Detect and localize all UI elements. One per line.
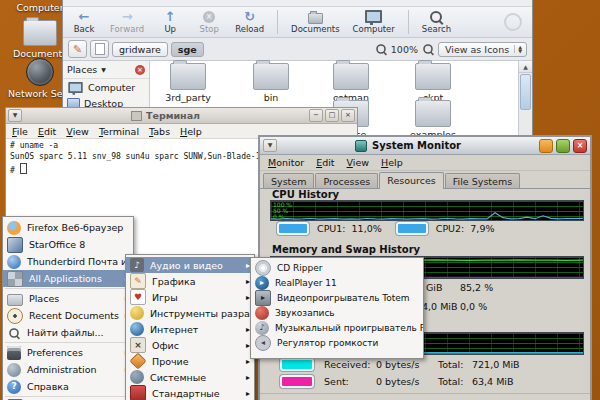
tab-resources[interactable]: Resources (379, 172, 444, 189)
edit-location-button[interactable]: ✎ (68, 40, 87, 58)
computer-icon (365, 10, 382, 23)
realplayer-icon (255, 276, 269, 290)
menu-view[interactable]: View (347, 157, 370, 168)
desktop-icon-label: Computer (16, 2, 63, 13)
folder-icon (415, 100, 451, 127)
menu-item-system[interactable]: Системные (126, 369, 254, 385)
menu-item-development-tools[interactable]: Инструменты разработки (126, 305, 254, 321)
menu-item-recent-documents[interactable]: Recent Documents (3, 307, 133, 324)
menu-terminal[interactable]: Terminal (99, 126, 139, 137)
maximize-button[interactable] (556, 139, 570, 153)
page-icon (95, 43, 105, 55)
games-icon (130, 289, 146, 305)
tab-file-systems[interactable]: File Systems (445, 173, 520, 188)
toolbar-separator (277, 10, 278, 34)
menu-item-internet[interactable]: Интернет (126, 321, 254, 337)
up-button[interactable]: ↑ Up (157, 10, 183, 34)
zoom-out-icon[interactable] (376, 44, 386, 54)
menu-item-realplayer[interactable]: RealPlayer 11 (251, 275, 423, 290)
menu-help[interactable]: Help (180, 126, 202, 137)
search-button[interactable]: Search (422, 10, 451, 34)
menu-item-volume-control[interactable]: Регулятор громкости (251, 335, 423, 350)
scroll-up-icon[interactable]: ▲ (519, 61, 532, 73)
folder-examples[interactable]: examples (398, 100, 468, 140)
menu-item-thunderbird[interactable]: Thunderbird Почта и новости (3, 253, 133, 270)
menu-item-firefox[interactable]: Firefox Веб-браузер (3, 219, 133, 236)
documents-button[interactable]: Documents (291, 10, 339, 34)
minimize-button[interactable] (539, 139, 553, 153)
forward-button[interactable]: → Forward (110, 10, 144, 34)
menu-file[interactable]: File (12, 126, 28, 137)
other-diamond-icon (130, 353, 147, 370)
menu-item-preferences[interactable]: Preferences (3, 344, 133, 361)
folder-catman[interactable]: catman (316, 63, 386, 103)
menu-item-help[interactable]: Справка (3, 378, 133, 395)
staroffice-icon (7, 237, 23, 253)
window-menu-icon[interactable]: ▼ (8, 109, 22, 122)
received-color-swatch[interactable] (280, 358, 314, 371)
menu-item-staroffice[interactable]: StarOffice 8 (3, 236, 133, 253)
applications-submenu: Аудио и видео Графика Игры Инструменты р… (125, 254, 255, 400)
totem-player-icon (255, 290, 271, 306)
memory-percent: 85,2 % (460, 282, 493, 293)
scrollbar-thumb[interactable] (520, 74, 531, 110)
places-header[interactable]: Places ▼ × (63, 61, 149, 79)
tab-processes[interactable]: Processes (315, 173, 378, 188)
tab-system[interactable]: System (263, 173, 314, 188)
zoom-in-icon[interactable] (423, 44, 433, 54)
cpu1-color-swatch[interactable] (277, 222, 309, 235)
menu-item-totem[interactable]: Видеопроигрыватель Totem (251, 290, 423, 305)
folder-ckpt[interactable]: ckpt (398, 63, 468, 103)
close-sidebar-icon[interactable]: × (135, 65, 145, 75)
menu-item-administration[interactable]: Administration (3, 361, 133, 378)
minimize-button[interactable]: − (309, 109, 323, 122)
folder-3rd_party[interactable]: 3rd_party (153, 63, 223, 103)
close-button[interactable]: × (573, 139, 587, 153)
search-icon (430, 11, 442, 23)
file-manager-toolbar: ← Back → Forward ↑ Up × Stop ↻ Reload (63, 7, 532, 38)
reload-button[interactable]: ↻ Reload (235, 10, 264, 34)
menu-edit[interactable]: Edit (316, 157, 334, 168)
sidebar-item-computer[interactable]: Computer (63, 79, 149, 96)
terminal-titlebar[interactable]: ▼ Терминал − □ × (6, 108, 357, 124)
menu-item-office[interactable]: Офис (126, 337, 254, 353)
help-icon (7, 380, 21, 394)
close-button[interactable]: × (341, 109, 355, 122)
menu-item-sound-recorder[interactable]: Звукозапись (251, 305, 423, 320)
zoom-controls: 100% View as Icons ▲▼ (375, 42, 527, 57)
stop-button[interactable]: × Stop (196, 10, 222, 34)
menu-item-rhythmbox[interactable]: Музыкальный проигрыватель Rhythmbox (251, 320, 423, 335)
root-location-button[interactable] (90, 40, 109, 58)
window-menu-icon[interactable]: ▼ (263, 139, 277, 152)
terminal-icon (131, 111, 142, 121)
folder-icon (170, 63, 206, 90)
sent-color-swatch[interactable] (280, 375, 314, 388)
back-button[interactable]: ← Back (71, 10, 97, 34)
menu-item-places[interactable]: Places (3, 290, 133, 307)
applications-grid-icon (7, 271, 23, 287)
menu-help[interactable]: Help (381, 157, 403, 168)
menu-edit[interactable]: Edit (38, 126, 56, 137)
menu-item-all-applications[interactable]: All Applications (3, 270, 133, 287)
computer-button[interactable]: Computer (353, 10, 395, 34)
menu-item-games[interactable]: Игры (126, 289, 254, 305)
maximize-button[interactable]: □ (325, 109, 339, 122)
menu-monitor[interactable]: Monitor (268, 157, 304, 168)
up-arrow-icon: ↑ (165, 10, 176, 23)
menu-item-standard[interactable]: Стандартные (126, 385, 254, 400)
menu-item-audio-video[interactable]: Аудио и видео (126, 257, 254, 273)
view-as-selector[interactable]: View as Icons ▲▼ (438, 42, 527, 57)
menu-tabs[interactable]: Tabs (149, 126, 170, 137)
menu-item-cd-ripper[interactable]: CD Ripper (251, 260, 423, 275)
menu-item-find-files[interactable]: Найти файлы... (3, 324, 133, 341)
menu-item-graphics[interactable]: Графика (126, 273, 254, 289)
menu-view[interactable]: View (66, 126, 89, 137)
menu-item-other[interactable]: Прочие (126, 353, 254, 369)
folder-bin[interactable]: bin (236, 63, 306, 103)
cpu2-color-swatch[interactable] (396, 222, 428, 235)
system-monitor-titlebar[interactable]: ▼ System Monitor × (260, 137, 590, 155)
internet-globe-icon (130, 322, 144, 336)
path-button-sge[interactable]: sge (171, 42, 204, 57)
path-button-gridware[interactable]: gridware (112, 42, 168, 57)
cd-ripper-icon (255, 260, 271, 276)
